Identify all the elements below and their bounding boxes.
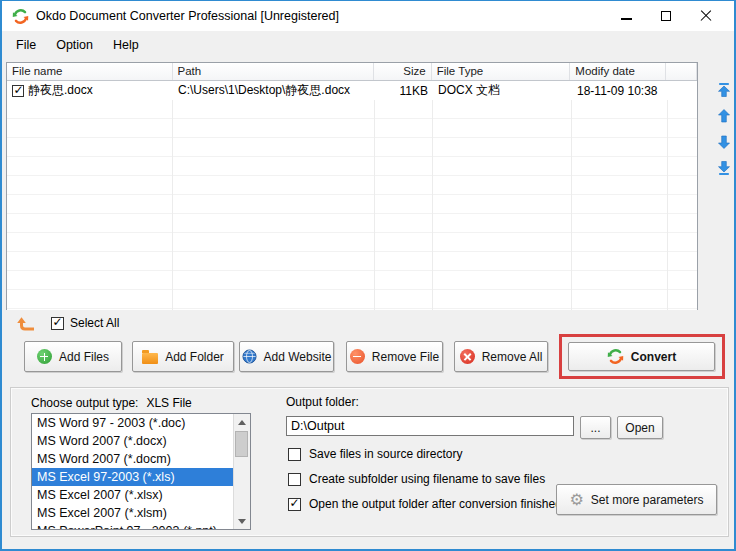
output-folder-input[interactable] (286, 416, 574, 436)
add-folder-button[interactable]: Add Folder (132, 341, 234, 372)
remove-all-label: Remove All (482, 350, 543, 364)
choose-output-type-text: Choose output type: (31, 396, 138, 410)
file-table: File namePathSizeFile TypeModify date 静夜… (6, 62, 698, 310)
scroll-down-icon[interactable] (234, 513, 250, 529)
format-option[interactable]: MS PowerPoint 97 - 2003 (*.ppt) (32, 522, 234, 530)
convert-label: Convert (631, 350, 676, 364)
reorder-controls (714, 79, 734, 183)
app-logo-icon (12, 8, 29, 25)
set-more-parameters-button[interactable]: Set more parameters (556, 484, 717, 515)
choose-output-type-label: Choose output type:XLS File (31, 396, 192, 410)
folder-icon (142, 353, 158, 364)
menu-bar: FileOptionHelp (4, 31, 732, 59)
column-gridline (432, 81, 433, 310)
option-checkbox[interactable] (288, 473, 301, 486)
scroll-up-icon[interactable] (234, 414, 250, 430)
option-label: Save files in source directory (309, 447, 462, 461)
column-header-file-type[interactable]: File Type (432, 63, 571, 80)
convert-swoosh-icon (607, 348, 624, 365)
add-website-button[interactable]: Add Website (239, 341, 334, 372)
column-header-size[interactable]: Size (374, 63, 432, 80)
move-down-icon (716, 134, 732, 150)
option-checkbox[interactable] (288, 448, 301, 461)
browse-label: ... (590, 421, 600, 435)
minimize-button[interactable] (606, 1, 646, 31)
move-top-icon (716, 82, 732, 98)
format-option[interactable]: MS Excel 97-2003 (*.xls) (32, 468, 234, 486)
add-website-label: Add Website (264, 350, 332, 364)
open-button[interactable]: Open (617, 416, 663, 439)
file-row[interactable]: 静夜思.docxC:\Users\1\Desktop\静夜思.docx11KBD… (7, 81, 697, 100)
format-option[interactable]: MS Excel 2007 (*.xlsm) (32, 504, 234, 522)
close-button[interactable] (686, 1, 726, 31)
file-row-checkbox[interactable] (12, 85, 24, 97)
column-gridline (374, 81, 375, 310)
column-header-modify-date[interactable]: Modify date (570, 63, 666, 80)
move-up-button[interactable] (714, 105, 734, 127)
option-checkbox-row[interactable]: Open the output folder after conversion … (288, 496, 562, 512)
remove-file-button[interactable]: Remove File (346, 341, 443, 372)
option-label: Open the output folder after conversion … (309, 497, 562, 511)
menu-option[interactable]: Option (46, 34, 103, 56)
column-header-blank[interactable] (666, 63, 697, 80)
file-modify-date: 18-11-09 10:38 (572, 84, 668, 98)
format-option[interactable]: MS Word 2007 (*.docx) (32, 432, 234, 450)
option-checkbox-row[interactable]: Save files in source directory (288, 446, 562, 462)
option-checkbox[interactable] (288, 498, 301, 511)
convert-button[interactable]: Convert (568, 342, 715, 371)
menu-file[interactable]: File (6, 34, 46, 56)
file-name: 静夜思.docx (28, 82, 93, 99)
format-option[interactable]: MS Excel 2007 (*.xlsx) (32, 486, 234, 504)
format-option[interactable]: MS Word 2007 (*.docm) (32, 450, 234, 468)
minus-circle-icon (350, 349, 365, 364)
gear-icon (569, 492, 583, 508)
table-body[interactable]: 静夜思.docxC:\Users\1\Desktop\静夜思.docx11KBD… (7, 81, 697, 310)
file-path: C:\Users\1\Desktop\静夜思.docx (173, 82, 375, 99)
move-bottom-button[interactable] (714, 157, 734, 179)
plus-circle-icon (37, 349, 52, 364)
remove-all-button[interactable]: Remove All (454, 341, 548, 372)
format-list-scrollbar[interactable] (233, 414, 250, 529)
option-checkbox-row[interactable]: Create subfolder using filename to save … (288, 471, 562, 487)
maximize-button[interactable] (646, 1, 686, 31)
select-all-checkbox[interactable] (51, 317, 64, 330)
browse-button[interactable]: ... (580, 416, 611, 439)
format-listbox: MS Word 97 - 2003 (*.doc)MS Word 2007 (*… (31, 413, 251, 530)
column-gridline (571, 81, 572, 310)
open-label: Open (625, 421, 654, 435)
output-folder-label: Output folder: (286, 395, 359, 409)
column-gridline (172, 81, 173, 310)
globe-icon (242, 349, 257, 364)
column-header-path[interactable]: Path (173, 63, 374, 80)
bent-arrow-up-icon (16, 315, 35, 332)
option-checkboxes: Save files in source directoryCreate sub… (288, 446, 562, 521)
window-title: Okdo Document Converter Professional [Un… (36, 9, 339, 23)
format-list: MS Word 97 - 2003 (*.doc)MS Word 2007 (*… (32, 414, 250, 530)
chosen-type-value: XLS File (146, 396, 191, 410)
x-circle-icon (460, 349, 475, 364)
file-name-cell: 静夜思.docx (7, 82, 173, 99)
menu-help[interactable]: Help (103, 34, 149, 56)
minimize-icon (621, 18, 632, 19)
table-header-row: File namePathSizeFile TypeModify date (7, 63, 697, 81)
file-size: 11KB (375, 84, 433, 98)
move-down-button[interactable] (714, 131, 734, 153)
select-all-label: Select All (70, 316, 119, 330)
column-gridline (667, 81, 668, 310)
close-icon (700, 10, 712, 22)
add-files-button[interactable]: Add Files (24, 341, 122, 372)
move-top-button[interactable] (714, 79, 734, 101)
output-options-panel: Choose output type:XLS File MS Word 97 -… (10, 387, 729, 537)
column-header-file-name[interactable]: File name (7, 63, 173, 80)
move-bottom-icon (716, 160, 732, 176)
move-up-icon (716, 108, 732, 124)
title-bar: Okdo Document Converter Professional [Un… (2, 1, 734, 31)
select-all-row: Select All (16, 314, 119, 332)
file-type: DOCX 文档 (433, 82, 572, 99)
scrollbar-thumb[interactable] (235, 431, 248, 457)
set-more-parameters-label: Set more parameters (591, 493, 704, 507)
format-option[interactable]: MS Word 97 - 2003 (*.doc) (32, 414, 234, 432)
maximize-icon (661, 11, 671, 21)
app-window: Okdo Document Converter Professional [Un… (0, 0, 736, 551)
add-folder-label: Add Folder (165, 350, 224, 364)
